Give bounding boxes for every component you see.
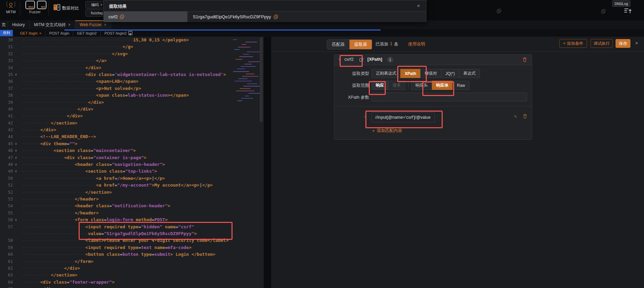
fuzzer-tab-label: GET /login <box>20 31 38 35</box>
code-text: ······································</… <box>22 43 133 50</box>
code-line: 52························</section> <box>0 189 230 196</box>
line-number: 60 <box>0 251 13 258</box>
fold-icon[interactable]: ∨ <box>13 216 19 223</box>
annotation-box-response <box>369 81 386 95</box>
copy-icon[interactable] <box>274 15 278 19</box>
code-line: 42···········</section> <box>0 120 230 127</box>
fold-icon[interactable]: ∨ <box>13 168 19 175</box>
tab-matcher[interactable]: 匹配器 <box>327 40 349 49</box>
add-condition-button[interactable]: +添加条件 <box>559 39 587 48</box>
fuzzer-tab-GET /login2[interactable]: GET /login2 <box>73 31 101 36</box>
code-line: 38····························<span clas… <box>0 92 230 99</box>
matcher-extractor-switch: 匹配器 提取器 <box>327 39 372 50</box>
code-text: ····················<header class="notif… <box>22 203 170 209</box>
close-tab-icon[interactable]: × <box>39 31 41 35</box>
code-token: </form> <box>75 259 94 264</box>
trash-icon[interactable] <box>523 114 527 119</box>
code-token: button <box>122 252 138 257</box>
copy-icon[interactable] <box>601 9 605 14</box>
trash-icon[interactable] <box>522 57 527 62</box>
fuzzer-tool[interactable]: Web WS Fuzzer <box>24 0 46 18</box>
indent-dots: ························ <box>22 252 85 257</box>
dnslog-button[interactable]: DNSLog <box>612 0 630 7</box>
tab-History[interactable]: History <box>8 20 29 29</box>
extractor-card-header[interactable]: ∨ csrf2 [XPath] 1 <box>334 55 532 65</box>
tab-extractor[interactable]: 提取器 <box>349 40 372 49</box>
code-editor[interactable]: 30······································… <box>0 37 264 288</box>
fold-icon[interactable]: ∨ <box>13 161 19 168</box>
scope-option-请求[interactable]: 请求 <box>388 81 405 90</box>
indent-dots: ············ <box>22 148 54 153</box>
code-token: type <box>138 252 152 257</box>
type-option-表达式[interactable]: 表达式 <box>459 69 480 78</box>
fold-spacer <box>13 237 19 244</box>
code-token: mfa-code <box>168 245 189 250</box>
panel-header: 匹配器 提取器 已添加1条 使用说明 +添加条件 调试执行 保存 × <box>271 37 644 52</box>
fuzzer-tab-GET /login[interactable]: GET /login× <box>16 31 45 36</box>
editor-scrollbar[interactable] <box>260 37 263 287</box>
code-line: 61····················</form> <box>0 258 230 265</box>
usage-help-link[interactable]: 使用说明 <box>408 41 425 47</box>
mitm-label: MITM <box>3 10 19 14</box>
code-text: ·······<div theme=""> <box>22 140 77 147</box>
save-icon[interactable] <box>128 31 133 36</box>
fuzzer-tab-POST /login[interactable]: POST /login <box>45 31 73 36</box>
code-line: 39·························</div> <box>0 99 230 106</box>
fold-icon[interactable]: ∨ <box>13 147 19 154</box>
copy-icon[interactable] <box>497 9 501 13</box>
code-token: ></span> <box>167 93 189 98</box>
indent-dots: ························ <box>22 238 85 243</box>
modal-close-icon[interactable]: × <box>417 3 420 8</box>
sequence-button[interactable]: 序列 <box>0 30 13 36</box>
code-token: </svg> <box>112 51 128 56</box>
tab-label: MITM 交互式劫持 <box>34 22 66 28</box>
line-number: 40 <box>0 106 13 113</box>
code-text: ························<button class=bu… <box>22 251 215 258</box>
code-text: ················<div class="container is… <box>22 154 146 161</box>
indent-dots: ·································· <box>22 51 112 56</box>
code-text: ····················</form> <box>22 258 93 265</box>
code-line: 40·····················</div> <box>0 106 230 113</box>
scope-option-Raw[interactable]: Raw <box>452 81 469 90</box>
indent-dots: ······· <box>22 280 40 285</box>
code-text: ····························</a> <box>22 57 106 64</box>
fold-spacer <box>13 251 19 258</box>
web-fuzzer-icon: Web <box>25 1 35 9</box>
debug-run-button[interactable]: 调试执行 <box>590 39 613 48</box>
fuzzer-tab-label: POST /login2 <box>104 31 126 35</box>
data-compare-tool[interactable]: 数据对比 <box>53 0 85 18</box>
fold-icon[interactable]: ∨ <box>13 154 19 161</box>
indent-dots: ······· <box>22 127 40 132</box>
sort-import-icon[interactable] <box>624 7 632 14</box>
fold-icon[interactable]: ∨ <box>13 71 19 78</box>
code-line: 46∨············<section class="mainconta… <box>0 147 230 154</box>
line-number: 34 <box>0 64 13 71</box>
save-button[interactable]: 保存 <box>616 39 630 48</box>
pencil-icon[interactable]: ✎ <box>514 114 517 119</box>
fuzzer-tab-POST /login2[interactable]: POST /login2 <box>101 31 130 36</box>
fold-icon[interactable]: ∨ <box>13 140 19 147</box>
indent-dots: ························ <box>22 72 85 77</box>
tab-MITM 交互式劫持[interactable]: MITM 交互式劫持× <box>29 20 75 29</box>
type-option-JQ(*)[interactable]: JQ(*) <box>441 69 459 78</box>
copy-icon[interactable] <box>120 15 124 19</box>
minimap[interactable] <box>232 38 259 147</box>
code-line: 50····························<a href=/>… <box>0 175 230 182</box>
mitm-tool[interactable]: MITM <box>3 0 19 18</box>
add-match-link[interactable]: +添加匹配内容 <box>372 128 402 134</box>
close-tab-icon[interactable]: × <box>68 22 71 27</box>
code-text: ····················</header> <box>22 210 99 216</box>
tab-页[interactable]: 页 <box>0 20 8 29</box>
panel-close-icon[interactable]: × <box>635 40 638 46</box>
fold-spacer <box>13 106 19 113</box>
tab-label: Web Fuzzer <box>80 22 101 27</box>
type-option-正则表达式[interactable]: 正则表达式 <box>371 69 401 78</box>
tab-label: History <box>12 22 25 27</box>
code-token: "notification-header" <box>112 203 167 208</box>
type-label: 提取类型 <box>334 71 369 77</box>
indent-dots: ······· <box>22 134 40 139</box>
close-tab-icon[interactable]: × <box>104 22 106 27</box>
fold-spacer <box>13 57 19 64</box>
fold-spacer <box>13 92 19 99</box>
code-token: <span>LAB</span> <box>96 79 138 84</box>
